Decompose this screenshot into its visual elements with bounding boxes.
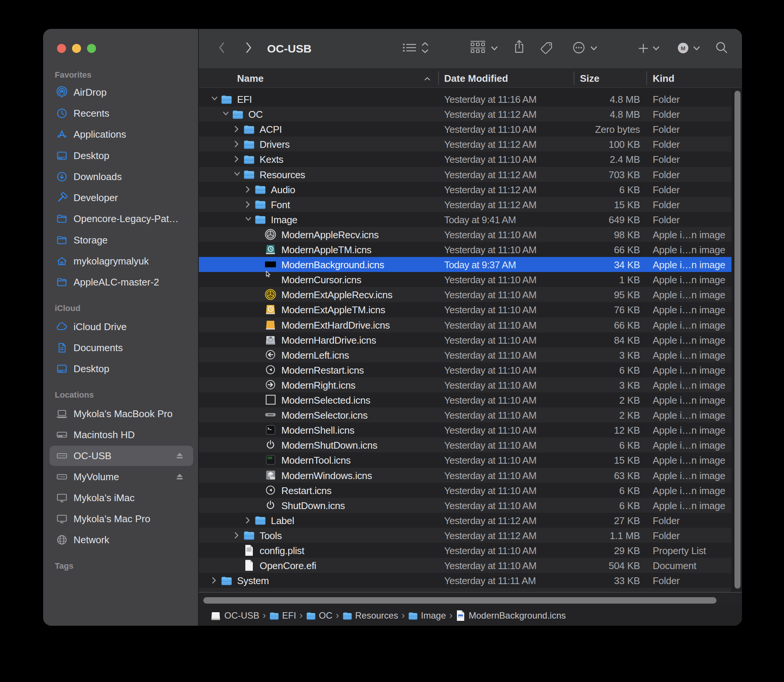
svg-text:M: M xyxy=(681,45,686,51)
